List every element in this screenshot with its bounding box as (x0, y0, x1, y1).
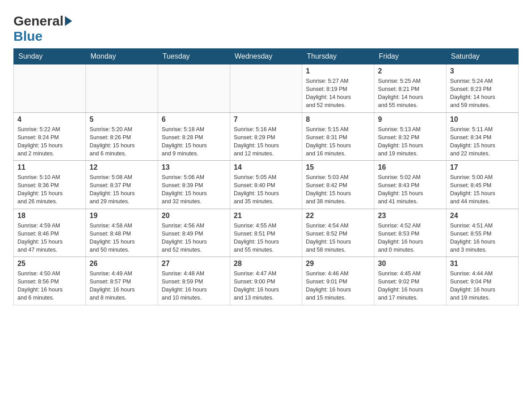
calendar-cell (230, 64, 302, 113)
calendar-cell: 26Sunrise: 4:49 AM Sunset: 8:57 PM Dayli… (86, 257, 158, 305)
day-info: Sunrise: 4:49 AM Sunset: 8:57 PM Dayligh… (90, 270, 154, 302)
calendar-cell (86, 64, 158, 113)
day-number: 12 (90, 163, 154, 171)
day-number: 21 (234, 212, 298, 220)
day-info: Sunrise: 4:47 AM Sunset: 9:00 PM Dayligh… (234, 270, 298, 302)
day-number: 28 (234, 260, 298, 268)
day-info: Sunrise: 5:25 AM Sunset: 8:21 PM Dayligh… (378, 77, 442, 110)
day-info: Sunrise: 5:13 AM Sunset: 8:32 PM Dayligh… (378, 125, 442, 158)
day-info: Sunrise: 4:59 AM Sunset: 8:46 PM Dayligh… (17, 222, 82, 254)
calendar-cell: 3Sunrise: 5:24 AM Sunset: 8:23 PM Daylig… (446, 64, 519, 113)
day-info: Sunrise: 5:08 AM Sunset: 8:37 PM Dayligh… (90, 173, 154, 206)
calendar-cell: 19Sunrise: 4:58 AM Sunset: 8:48 PM Dayli… (86, 209, 158, 257)
day-number: 5 (90, 116, 154, 124)
day-number: 16 (378, 163, 442, 171)
calendar-cell: 24Sunrise: 4:51 AM Sunset: 8:55 PM Dayli… (446, 209, 519, 257)
day-info: Sunrise: 4:50 AM Sunset: 8:56 PM Dayligh… (17, 270, 82, 302)
day-number: 3 (450, 67, 515, 75)
day-number: 19 (90, 212, 154, 220)
calendar-cell: 27Sunrise: 4:48 AM Sunset: 8:59 PM Dayli… (158, 257, 230, 305)
day-number: 17 (450, 163, 515, 171)
day-info: Sunrise: 4:51 AM Sunset: 8:55 PM Dayligh… (450, 222, 515, 254)
week-row-3: 11Sunrise: 5:10 AM Sunset: 8:36 PM Dayli… (14, 161, 519, 209)
day-number: 9 (378, 116, 442, 124)
calendar-cell: 18Sunrise: 4:59 AM Sunset: 8:46 PM Dayli… (14, 209, 86, 257)
day-number: 10 (450, 116, 515, 124)
calendar-cell: 9Sunrise: 5:13 AM Sunset: 8:32 PM Daylig… (374, 112, 446, 161)
day-number: 27 (162, 260, 226, 268)
calendar-cell: 28Sunrise: 4:47 AM Sunset: 9:00 PM Dayli… (230, 257, 302, 305)
calendar-cell: 8Sunrise: 5:15 AM Sunset: 8:31 PM Daylig… (302, 112, 374, 161)
day-number: 2 (378, 67, 442, 75)
logo: General Blue (13, 9, 72, 44)
day-info: Sunrise: 4:58 AM Sunset: 8:48 PM Dayligh… (90, 222, 154, 254)
week-row-4: 18Sunrise: 4:59 AM Sunset: 8:46 PM Dayli… (14, 209, 519, 257)
day-info: Sunrise: 5:02 AM Sunset: 8:43 PM Dayligh… (378, 173, 442, 206)
calendar-cell: 30Sunrise: 4:45 AM Sunset: 9:02 PM Dayli… (374, 257, 446, 305)
calendar-cell: 2Sunrise: 5:25 AM Sunset: 8:21 PM Daylig… (374, 64, 446, 113)
calendar-cell: 7Sunrise: 5:16 AM Sunset: 8:29 PM Daylig… (230, 112, 302, 161)
day-info: Sunrise: 4:45 AM Sunset: 9:02 PM Dayligh… (378, 270, 442, 302)
day-info: Sunrise: 4:46 AM Sunset: 9:01 PM Dayligh… (306, 270, 370, 302)
calendar-cell: 21Sunrise: 4:55 AM Sunset: 8:51 PM Dayli… (230, 209, 302, 257)
day-info: Sunrise: 4:48 AM Sunset: 8:59 PM Dayligh… (162, 270, 226, 302)
day-info: Sunrise: 5:03 AM Sunset: 8:42 PM Dayligh… (306, 173, 370, 206)
day-info: Sunrise: 5:00 AM Sunset: 8:45 PM Dayligh… (450, 173, 515, 206)
day-number: 1 (306, 67, 370, 75)
day-number: 8 (306, 116, 370, 124)
page-header: General Blue (13, 9, 519, 44)
calendar-cell: 25Sunrise: 4:50 AM Sunset: 8:56 PM Dayli… (14, 257, 86, 305)
header-thursday: Thursday (302, 49, 374, 64)
day-info: Sunrise: 5:10 AM Sunset: 8:36 PM Dayligh… (17, 173, 82, 206)
day-info: Sunrise: 4:56 AM Sunset: 8:49 PM Dayligh… (162, 222, 226, 254)
day-info: Sunrise: 4:55 AM Sunset: 8:51 PM Dayligh… (234, 222, 298, 254)
calendar-cell (14, 64, 86, 113)
day-number: 29 (306, 260, 370, 268)
calendar-cell: 16Sunrise: 5:02 AM Sunset: 8:43 PM Dayli… (374, 161, 446, 209)
calendar-cell (158, 64, 230, 113)
day-info: Sunrise: 4:54 AM Sunset: 8:52 PM Dayligh… (306, 222, 370, 254)
day-number: 31 (450, 260, 515, 268)
header-friday: Friday (374, 49, 446, 64)
day-number: 24 (450, 212, 515, 220)
day-info: Sunrise: 5:22 AM Sunset: 8:24 PM Dayligh… (17, 125, 82, 158)
header-wednesday: Wednesday (230, 49, 302, 64)
day-number: 4 (17, 116, 82, 124)
calendar-header-row: SundayMondayTuesdayWednesdayThursdayFrid… (14, 49, 519, 64)
day-info: Sunrise: 5:16 AM Sunset: 8:29 PM Dayligh… (234, 125, 298, 158)
calendar-cell: 1Sunrise: 5:27 AM Sunset: 8:19 PM Daylig… (302, 64, 374, 113)
day-info: Sunrise: 5:24 AM Sunset: 8:23 PM Dayligh… (450, 77, 515, 110)
calendar-cell: 29Sunrise: 4:46 AM Sunset: 9:01 PM Dayli… (302, 257, 374, 305)
calendar-cell: 6Sunrise: 5:18 AM Sunset: 8:28 PM Daylig… (158, 112, 230, 161)
day-number: 25 (17, 260, 82, 268)
calendar-cell: 11Sunrise: 5:10 AM Sunset: 8:36 PM Dayli… (14, 161, 86, 209)
day-number: 7 (234, 116, 298, 124)
day-info: Sunrise: 5:18 AM Sunset: 8:28 PM Dayligh… (162, 125, 226, 158)
header-monday: Monday (86, 49, 158, 64)
calendar-cell: 4Sunrise: 5:22 AM Sunset: 8:24 PM Daylig… (14, 112, 86, 161)
day-number: 11 (17, 163, 82, 171)
day-info: Sunrise: 5:06 AM Sunset: 8:39 PM Dayligh… (162, 173, 226, 206)
header-tuesday: Tuesday (158, 49, 230, 64)
day-number: 13 (162, 163, 226, 171)
day-info: Sunrise: 5:11 AM Sunset: 8:34 PM Dayligh… (450, 125, 515, 158)
day-number: 26 (90, 260, 154, 268)
day-number: 20 (162, 212, 226, 220)
week-row-2: 4Sunrise: 5:22 AM Sunset: 8:24 PM Daylig… (14, 112, 519, 161)
day-info: Sunrise: 4:44 AM Sunset: 9:04 PM Dayligh… (450, 270, 515, 302)
calendar-cell: 22Sunrise: 4:54 AM Sunset: 8:52 PM Dayli… (302, 209, 374, 257)
calendar-cell: 10Sunrise: 5:11 AM Sunset: 8:34 PM Dayli… (446, 112, 519, 161)
day-number: 6 (162, 116, 226, 124)
header-sunday: Sunday (14, 49, 86, 64)
day-number: 30 (378, 260, 442, 268)
week-row-5: 25Sunrise: 4:50 AM Sunset: 8:56 PM Dayli… (14, 257, 519, 305)
calendar-cell: 12Sunrise: 5:08 AM Sunset: 8:37 PM Dayli… (86, 161, 158, 209)
day-number: 23 (378, 212, 442, 220)
calendar-cell: 15Sunrise: 5:03 AM Sunset: 8:42 PM Dayli… (302, 161, 374, 209)
day-number: 15 (306, 163, 370, 171)
calendar-table: SundayMondayTuesdayWednesdayThursdayFrid… (13, 48, 519, 305)
header-saturday: Saturday (446, 49, 519, 64)
day-info: Sunrise: 5:15 AM Sunset: 8:31 PM Dayligh… (306, 125, 370, 158)
day-number: 22 (306, 212, 370, 220)
calendar-cell: 20Sunrise: 4:56 AM Sunset: 8:49 PM Dayli… (158, 209, 230, 257)
